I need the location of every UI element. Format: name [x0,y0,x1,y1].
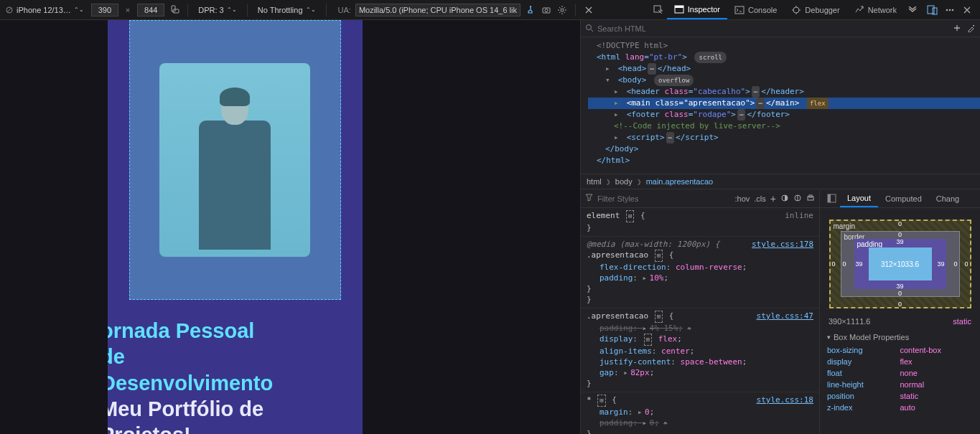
margin-bottom-val[interactable]: 0 [898,301,902,308]
margin-left-val[interactable]: 0 [832,260,836,268]
ellipsis-icon[interactable]: ⋯ [737,109,745,121]
html-search-input[interactable] [597,24,947,33]
hov-toggle[interactable]: :hov [735,194,750,203]
device-frame[interactable]: ornada Pessoal de Desenvolvimento Meu Po… [108,20,363,434]
ellipsis-icon[interactable]: ⋯ [648,63,655,75]
viewport-height-input[interactable] [137,4,164,16]
prop-key[interactable]: position [827,392,900,400]
screenshot-icon[interactable] [541,4,552,16]
crumb-main[interactable]: main.apresentacao [646,177,714,186]
settings-gear-icon[interactable] [556,4,568,16]
content-dims[interactable]: 312×1033.6 [869,247,932,280]
crumb-html[interactable]: html [587,177,602,186]
padding-left-val[interactable]: 39 [856,260,863,268]
cls-toggle[interactable]: .cls [754,194,766,203]
dom-html-close[interactable]: </html> [588,155,980,166]
css-prop-overridden[interactable]: padding: ▸0;▾ [587,418,813,428]
twisty-icon[interactable]: ▸ [643,273,648,283]
responsive-mode-icon[interactable] [927,4,938,16]
dpr-select[interactable]: DPR: 3 ⌃⌄ [195,4,239,16]
more-tabs-icon[interactable] [907,4,918,16]
flex-badge[interactable]: flex [807,98,829,109]
tab-computed[interactable]: Computed [878,189,929,207]
print-sim-icon[interactable] [806,194,815,204]
flex-inspector-icon[interactable]: ⊞ [655,250,663,262]
padding-top-val[interactable]: 39 [896,238,903,245]
twisty-icon[interactable]: ▸ [614,86,620,98]
touch-icon[interactable] [525,4,536,16]
tab-network[interactable]: Network [847,0,904,19]
dom-head[interactable]: ▸ <head>⋯</head> [588,63,980,75]
funnel-icon[interactable]: ▾ [663,419,668,427]
sidebar-toggle-icon[interactable] [823,194,840,203]
tab-console[interactable]: Console [727,0,784,19]
eyedropper-icon[interactable] [967,24,976,34]
padding-right-val[interactable]: 39 [937,260,944,268]
crumb-body[interactable]: body [615,177,633,186]
flex-inspector-icon[interactable]: ⊞ [655,311,663,323]
css-prop[interactable]: align-items: center; [587,346,813,357]
rule-star[interactable]: style.css:18 * ⊞ { margin: ▸0; padding: … [581,392,819,434]
tab-debugger[interactable]: Debugger [784,0,846,19]
dom-main-el-selected[interactable]: ▸ <main class="apresentacao">⋯</main> fl… [588,98,980,109]
margin-top-val[interactable]: 0 [898,220,902,227]
ua-input[interactable] [355,4,521,16]
dom-tree[interactable]: <!DOCTYPE html> <html lang="pt-br"> scro… [581,37,980,174]
border-bottom-val[interactable]: 0 [898,290,902,297]
dom-body-open[interactable]: ▾ <body> overflow [588,75,980,86]
dom-comment[interactable]: <!--Code injected by live-server--> [588,121,980,132]
twisty-icon[interactable]: ▸ [614,132,620,143]
add-element-icon[interactable] [953,24,961,34]
funnel-icon[interactable]: ▾ [687,324,691,332]
add-rule-icon[interactable]: + [770,193,776,204]
css-prop[interactable]: padding: ▸10%; [587,273,813,283]
twisty-icon[interactable]: ▸ [614,98,620,109]
box-model-diagram[interactable]: margin 0 0 0 0 border 0 0 0 0 [829,220,971,308]
prop-key[interactable]: display [827,357,900,366]
border-left-val[interactable]: 0 [843,260,846,268]
border-top-val[interactable]: 0 [898,231,902,238]
css-prop-overridden[interactable]: padding: ▸4% 15%;▾ [587,323,813,334]
dom-header-el[interactable]: ▸ <header class="cabecalho">⋯</header> [588,86,980,98]
source-link[interactable]: style.css:18 [757,395,813,405]
prop-key[interactable]: z-index [827,403,900,412]
dom-doctype[interactable]: <!DOCTYPE html> [588,40,980,52]
prop-key[interactable]: line-height [827,380,900,389]
kebab-menu-icon[interactable] [944,4,956,16]
dom-body-close[interactable]: </body> [588,143,980,155]
css-prop[interactable]: margin: ▸0; [587,407,813,418]
flex-inspector-icon[interactable]: ⊞ [644,334,652,346]
contrast-icon[interactable] [793,194,802,204]
rotate-icon[interactable] [169,4,180,16]
margin-right-val[interactable]: 0 [964,260,968,268]
rules-list[interactable]: inline element ⊞ { } style.css:178 @medi… [581,208,819,434]
rule-apresentacao[interactable]: style.css:47 .apresentacao ⊞ { padding: … [581,308,819,392]
css-prop[interactable]: display: ⊞ flex; [587,334,813,346]
twisty-icon[interactable]: ▾ [605,75,611,86]
css-prop[interactable]: gap: ▸82px; [587,367,813,378]
source-link[interactable]: style.css:47 [757,311,813,321]
light-dark-icon[interactable] [780,194,789,204]
rule-media-apresentacao[interactable]: style.css:178 @media (max-width: 1200px)… [581,237,819,308]
rule-element[interactable]: inline element ⊞ { } [581,208,819,237]
throttling-select[interactable]: No Throttling ⌃⌄ [255,4,319,16]
filter-styles-input[interactable] [597,194,731,203]
dom-html-open[interactable]: <html lang="pt-br"> scroll [588,52,980,63]
flex-inspector-icon[interactable]: ⊞ [597,395,605,407]
close-rdm-icon[interactable] [583,4,594,16]
twisty-icon[interactable]: ▸ [638,407,643,418]
twisty-icon[interactable]: ▸ [643,418,648,428]
tab-changes[interactable]: Chang [929,189,966,207]
border-right-val[interactable]: 0 [953,260,957,268]
twisty-icon[interactable]: ▸ [605,63,611,75]
tab-inspector[interactable]: Inspector [667,0,727,19]
ellipsis-icon[interactable]: ⋯ [666,132,674,143]
twisty-icon[interactable]: ▸ [643,323,648,334]
pick-element-icon[interactable] [653,4,664,16]
flex-inspector-icon[interactable]: ⊞ [626,210,634,222]
twisty-icon[interactable]: ▸ [614,109,620,121]
twisty-icon[interactable]: ▸ [623,367,629,378]
viewport-width-input[interactable] [91,4,118,16]
ellipsis-icon[interactable]: ⋯ [752,86,760,98]
css-prop[interactable]: justify-content: space-between; [587,357,813,367]
